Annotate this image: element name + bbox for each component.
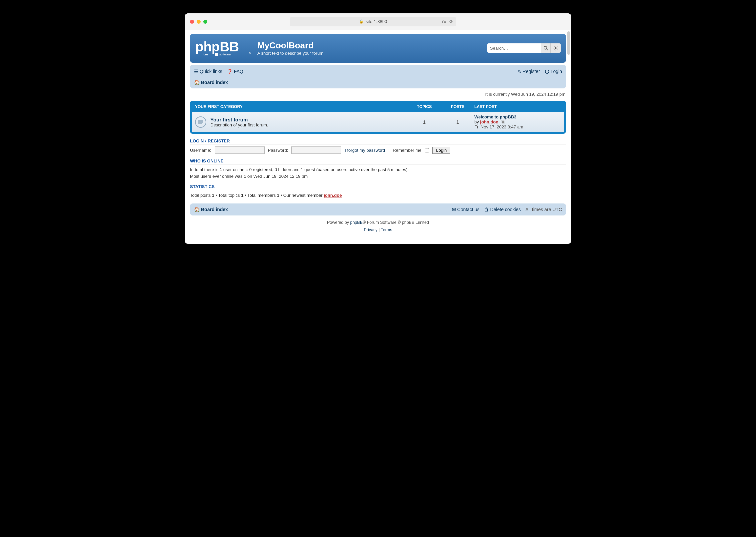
home-icon: 🏠 xyxy=(194,80,200,85)
faq-link[interactable]: ❓ FAQ xyxy=(227,69,243,74)
svg-point-6 xyxy=(555,47,556,49)
register-heading-link[interactable]: REGISTER xyxy=(208,138,230,143)
forum-icon xyxy=(195,116,206,128)
power-icon: ⏻ xyxy=(545,69,549,74)
search-button[interactable] xyxy=(541,43,551,53)
search-input[interactable] xyxy=(487,43,541,53)
forgot-password-link[interactable]: I forgot my password xyxy=(345,148,385,153)
svg-rect-2 xyxy=(215,53,218,56)
close-window-button[interactable] xyxy=(190,20,194,24)
last-post: Welcome to phpBB3 by john.doe ▣ Fri Nov … xyxy=(474,114,561,129)
col-lastpost-header: LAST POST xyxy=(474,104,561,109)
password-input[interactable] xyxy=(291,146,341,154)
last-post-by-label: by xyxy=(474,119,480,124)
col-topics-header: TOPICS xyxy=(408,104,441,109)
password-label: Password: xyxy=(268,148,288,153)
privacy-link[interactable]: Privacy xyxy=(364,227,378,232)
footer-navbar: 🏠 Board index ✉ Contact us 🗑 Delete cook… xyxy=(190,203,566,215)
who-online-heading: WHO IS ONLINE xyxy=(190,158,566,164)
last-post-title[interactable]: Welcome to phpBB3 xyxy=(474,114,516,119)
col-posts-header: POSTS xyxy=(441,104,474,109)
forum-description: Description of your first forum. xyxy=(210,122,408,127)
login-button[interactable]: Login xyxy=(432,147,450,154)
login-heading-link[interactable]: LOGIN xyxy=(190,138,204,143)
url-text: site-1:8890 xyxy=(366,19,387,24)
home-icon: 🏠 xyxy=(194,207,200,212)
mail-icon: ✉ xyxy=(452,207,456,212)
register-link[interactable]: ✎ Register xyxy=(517,69,540,74)
quick-links-menu[interactable]: ☰ Quick links xyxy=(194,69,222,74)
svg-text:®: ® xyxy=(249,51,251,55)
window-controls xyxy=(190,20,207,24)
edit-icon: ✎ xyxy=(517,69,521,74)
phpbb-link[interactable]: phpBB xyxy=(350,220,363,225)
forum-row: Your first forum Description of your fir… xyxy=(192,112,564,132)
terms-link[interactable]: Terms xyxy=(381,227,392,232)
minimize-window-button[interactable] xyxy=(197,20,201,24)
quick-login-form: Username: Password: I forgot my password… xyxy=(190,146,566,154)
forum-header: phpBB forum software ® MyCoolBoard A sho… xyxy=(190,34,566,63)
svg-text:forum: forum xyxy=(203,53,210,56)
login-register-heading: LOGIN • REGISTER xyxy=(190,138,566,144)
timezone-text: All times are UTC xyxy=(525,207,562,212)
forum-post-count: 1 xyxy=(441,119,474,125)
breadcrumb-board-index[interactable]: 🏠 Board index xyxy=(194,80,228,85)
statistics-heading: STATISTICS xyxy=(190,184,566,190)
newest-member-link[interactable]: john.doe xyxy=(324,193,342,198)
current-time: It is currently Wed Jun 19, 2024 12:19 p… xyxy=(191,92,565,97)
contact-us-link[interactable]: ✉ Contact us xyxy=(452,207,480,212)
remember-me-checkbox[interactable] xyxy=(425,148,429,152)
delete-cookies-link[interactable]: 🗑 Delete cookies xyxy=(484,207,521,212)
forum-topic-count: 1 xyxy=(408,119,441,125)
trash-icon: 🗑 xyxy=(484,207,489,212)
copyright: Powered by phpBB® Forum Software © phpBB… xyxy=(190,219,566,234)
who-online-text: In total there is 1 user online :: 0 reg… xyxy=(190,166,566,179)
help-icon: ❓ xyxy=(227,69,233,74)
username-label: Username: xyxy=(190,148,211,153)
last-post-date: Fri Nov 17, 2023 8:47 am xyxy=(474,124,523,129)
scrollbar[interactable] xyxy=(567,31,570,55)
nav-arrows xyxy=(215,19,220,24)
address-bar[interactable]: 🔒 site-1:8890 🗛 ⟳ xyxy=(290,17,456,26)
login-link[interactable]: ⏻ Login xyxy=(545,69,562,74)
forum-title-link[interactable]: Your first forum xyxy=(210,117,248,122)
remember-me-label: Remember me xyxy=(393,148,421,153)
browser-toolbar: 🔒 site-1:8890 🗛 ⟳ xyxy=(185,13,571,30)
category-block: YOUR FIRST CATEGORY TOPICS POSTS LAST PO… xyxy=(190,101,566,134)
last-post-user[interactable]: john.doe xyxy=(480,119,498,124)
advanced-search-button[interactable] xyxy=(551,43,561,53)
category-name[interactable]: YOUR FIRST CATEGORY xyxy=(195,104,408,109)
browser-window: 🔒 site-1:8890 🗛 ⟳ phpBB forum software ® xyxy=(185,13,571,244)
svg-point-5 xyxy=(544,46,547,49)
footer-board-index[interactable]: 🏠 Board index xyxy=(194,207,228,212)
svg-text:software: software xyxy=(219,53,231,56)
reader-icon[interactable]: 🗛 xyxy=(442,19,446,24)
navbar: ☰ Quick links ❓ FAQ ✎ Register xyxy=(190,65,566,88)
site-title: MyCoolBoard xyxy=(257,40,323,51)
maximize-window-button[interactable] xyxy=(203,20,207,24)
reload-button[interactable]: ⟳ xyxy=(449,19,453,24)
lock-icon: 🔒 xyxy=(359,19,364,24)
svg-text:phpBB: phpBB xyxy=(195,39,239,54)
statistics-text: Total posts 1 • Total topics 1 • Total m… xyxy=(190,192,566,199)
phpbb-logo: phpBB forum software ® xyxy=(195,38,252,58)
goto-post-icon[interactable]: ▣ xyxy=(501,119,505,124)
username-input[interactable] xyxy=(215,146,265,154)
page-content: phpBB forum software ® MyCoolBoard A sho… xyxy=(185,30,571,244)
menu-icon: ☰ xyxy=(194,69,198,74)
search-box xyxy=(487,43,561,53)
site-description: A short text to describe your forum xyxy=(257,51,323,56)
